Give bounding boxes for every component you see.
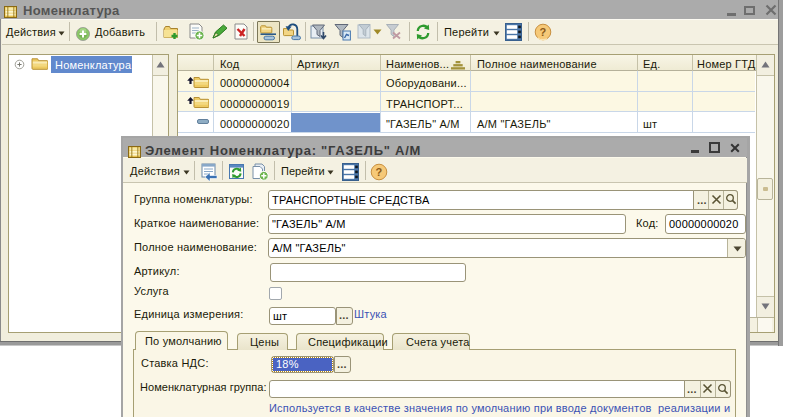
svg-text:?: ? (376, 166, 383, 178)
svg-text:?: ? (540, 26, 547, 38)
